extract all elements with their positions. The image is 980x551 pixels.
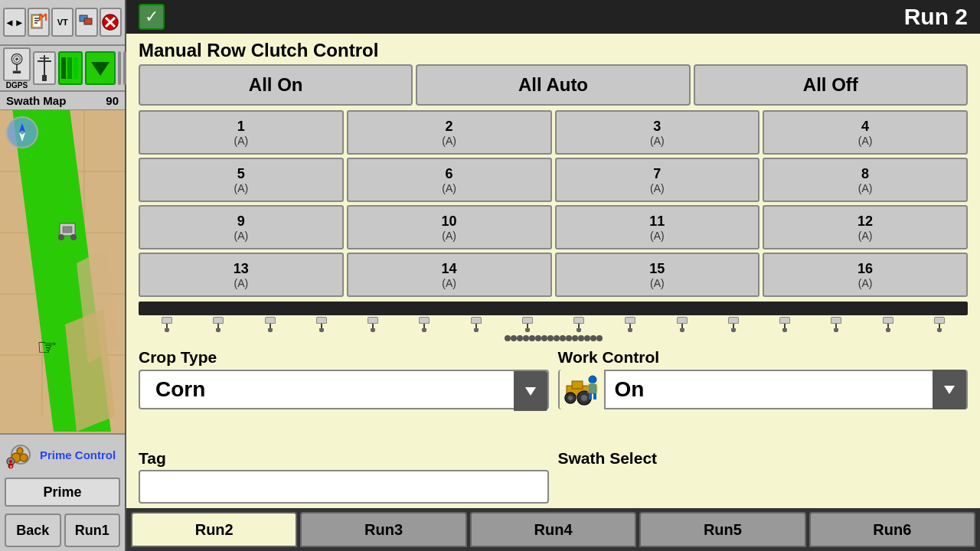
run-tab-run5[interactable]: Run5 <box>639 512 805 547</box>
crop-type-select[interactable]: Corn <box>139 370 549 409</box>
tag-area: Tag <box>139 449 549 504</box>
svg-text:✕: ✕ <box>9 465 13 469</box>
svg-marker-50 <box>525 387 536 396</box>
work-control-dropdown[interactable] <box>933 370 966 409</box>
run-tab-run2[interactable]: Run2 <box>131 512 297 547</box>
row-cell-12[interactable]: 12(A) <box>763 205 968 249</box>
seed-dot-15 <box>596 335 603 341</box>
row-cell-1[interactable]: 1(A) <box>139 110 344 155</box>
tag-input[interactable] <box>139 470 549 504</box>
all-on-button[interactable]: All On <box>139 64 413 106</box>
svg-rect-61 <box>587 383 598 393</box>
prime-icon: ✕ <box>5 439 37 471</box>
svg-rect-35 <box>63 227 72 233</box>
close-btn[interactable] <box>100 8 122 37</box>
work-control-row: On <box>558 370 969 409</box>
seed-dot-14 <box>590 335 596 341</box>
conveyor-bottom-dots <box>501 334 606 342</box>
seed-drop-1 <box>209 317 227 332</box>
row-cell-16[interactable]: 16(A) <box>763 253 968 297</box>
conveyor-seeds <box>139 315 968 334</box>
swath-map-area: Swath Map 90 <box>0 92 125 433</box>
vt-btn[interactable]: VT <box>51 8 74 37</box>
seed-dot-2 <box>517 335 523 341</box>
work-control-area: Work Control <box>558 348 969 445</box>
row-cell-3[interactable]: 3(A) <box>555 110 760 155</box>
all-off-button[interactable]: All Off <box>694 64 968 106</box>
svg-rect-60 <box>593 393 596 399</box>
all-auto-button[interactable]: All Auto <box>416 64 690 106</box>
seed-drop-11 <box>724 317 743 332</box>
seed-drop-2 <box>261 317 279 332</box>
svg-rect-21 <box>61 57 66 79</box>
seed-drop-9 <box>621 317 639 332</box>
right-header: ✓ Run 2 <box>126 0 980 34</box>
bottom-left-panel: ✕ Prime Control Prime Back Run1 <box>0 433 125 551</box>
map-canvas[interactable]: ☞ <box>0 110 125 433</box>
empty-btn1[interactable] <box>118 51 121 85</box>
row-cell-4[interactable]: 4(A) <box>763 110 968 155</box>
prime-control-row: ✕ Prime Control <box>5 439 120 471</box>
seed-dot-4 <box>529 335 535 341</box>
check-icon[interactable]: ✓ <box>139 4 165 30</box>
conveyor-track <box>139 302 968 315</box>
dgps-label: DGPS <box>6 81 28 90</box>
row-cell-14[interactable]: 14(A) <box>347 253 552 297</box>
compass <box>6 116 38 148</box>
seed-dot-13 <box>584 335 590 341</box>
row-cell-11[interactable]: 11(A) <box>555 205 760 249</box>
row-cell-13[interactable]: 13(A) <box>139 253 344 297</box>
seed-drop-3 <box>312 317 331 332</box>
svg-point-37 <box>70 234 77 240</box>
row-cell-6[interactable]: 6(A) <box>347 158 552 202</box>
svg-marker-33 <box>65 309 115 432</box>
all-buttons-row: All On All Auto All Off <box>126 64 980 110</box>
nav-buttons: Back Run1 <box>5 514 120 547</box>
manual-row-clutch-title: Manual Row Clutch Control <box>126 34 980 64</box>
seed-drop-7 <box>518 317 537 332</box>
row-cell-7[interactable]: 7(A) <box>555 158 760 202</box>
run-tab-run6[interactable]: Run6 <box>809 512 975 547</box>
dgps-btn[interactable] <box>3 47 31 81</box>
row-cell-8[interactable]: 8(A) <box>763 158 968 202</box>
map-grid <box>0 110 125 433</box>
svg-point-54 <box>568 396 573 400</box>
back-button[interactable]: Back <box>5 514 61 547</box>
prime-button[interactable]: Prime <box>5 478 120 507</box>
svg-point-56 <box>581 395 587 401</box>
antenna-btn[interactable] <box>33 51 56 85</box>
green-bar-btn[interactable] <box>58 51 83 85</box>
checklist-btn[interactable] <box>28 8 50 37</box>
tag-swath-row: Tag Swath Select <box>126 448 980 508</box>
layers-btn[interactable] <box>75 8 97 37</box>
svg-rect-16 <box>13 70 21 73</box>
row-cell-5[interactable]: 5(A) <box>139 158 344 202</box>
svg-marker-39 <box>19 132 25 142</box>
toolbar-top: ◄► VT <box>0 0 125 46</box>
run-tab-run3[interactable]: Run3 <box>300 512 466 547</box>
seed-dot-1 <box>511 335 517 341</box>
nav-arrows-btn[interactable]: ◄► <box>3 8 26 37</box>
row-cell-15[interactable]: 15(A) <box>555 253 760 297</box>
run1-button[interactable]: Run1 <box>64 514 121 547</box>
swath-map-title: Swath Map <box>6 94 66 107</box>
svg-rect-59 <box>589 393 592 399</box>
svg-rect-20 <box>42 75 47 81</box>
seed-drop-13 <box>827 317 845 332</box>
seed-drop-8 <box>570 317 588 332</box>
row-grid: 1(A)2(A)3(A)4(A)5(A)6(A)7(A)8(A)9(A)10(A… <box>126 110 980 300</box>
crop-type-area: Crop Type Corn <box>139 348 549 445</box>
crop-type-label: Crop Type <box>139 348 549 367</box>
down-arrow-btn[interactable] <box>85 51 116 85</box>
row-cell-9[interactable]: 9(A) <box>139 205 344 249</box>
svg-rect-8 <box>84 18 92 24</box>
run2-title: Run 2 <box>904 4 968 30</box>
crop-dropdown-arrow[interactable] <box>514 371 547 411</box>
svg-point-14 <box>15 57 18 60</box>
run-tab-run4[interactable]: Run4 <box>470 512 636 547</box>
row-cell-2[interactable]: 2(A) <box>347 110 552 155</box>
row-cell-10[interactable]: 10(A) <box>347 205 552 249</box>
right-panel: ✓ Run 2 Manual Row Clutch Control All On… <box>126 0 980 551</box>
work-control-icon <box>560 370 606 409</box>
swath-select-area: Swath Select <box>558 449 969 504</box>
